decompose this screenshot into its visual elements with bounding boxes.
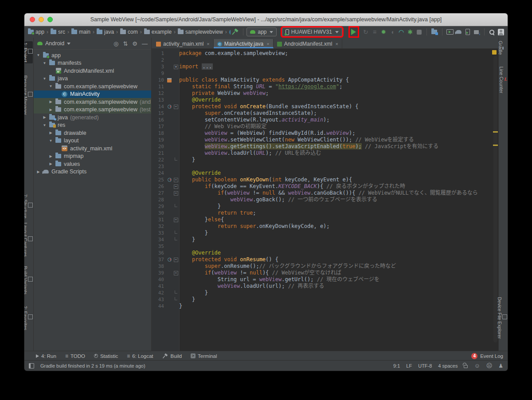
tree-item-mipmap[interactable]: ▶mipmap bbox=[34, 153, 151, 161]
tree-item-java[interactable]: ▼java bbox=[34, 75, 151, 83]
code-line[interactable]: 9 bbox=[152, 70, 492, 77]
code-line[interactable]: 24 @Override bbox=[152, 170, 492, 176]
sad-face-icon[interactable]: ☹ bbox=[486, 362, 493, 369]
tree-item-activity-main-xml[interactable]: activity_main.xml bbox=[34, 145, 151, 153]
tree-item-java[interactable]: ▶java (generated) bbox=[34, 114, 151, 122]
code-line[interactable]: 35 bbox=[152, 243, 492, 250]
run-configuration-select[interactable]: app bbox=[246, 27, 277, 36]
tree-item-com-example-samplewebview[interactable]: ▼com.example.samplewebview bbox=[34, 82, 151, 90]
code-line[interactable]: 20 webView.getSettings().setJavaScriptEn… bbox=[152, 143, 492, 150]
readonly-lock-icon[interactable] bbox=[464, 365, 468, 368]
tool-stripe-build-variants[interactable]: Build Variants bbox=[25, 265, 33, 296]
code-line[interactable]: 22 } bbox=[152, 157, 492, 163]
build-hammer-icon[interactable] bbox=[231, 27, 239, 36]
breadcrumb-item[interactable]: src bbox=[50, 28, 66, 35]
fold-marker-icon[interactable] bbox=[173, 206, 179, 207]
fold-marker-icon[interactable] bbox=[173, 184, 179, 189]
debug-button[interactable]: ✹ bbox=[379, 27, 387, 36]
fold-marker-icon[interactable] bbox=[173, 218, 179, 222]
code-line[interactable]: 44} bbox=[152, 303, 492, 310]
code-line[interactable]: 42 } bbox=[152, 290, 492, 296]
close-icon[interactable] bbox=[266, 41, 269, 47]
code-line[interactable]: 40 String url = webView.getUrl(); // 現在の… bbox=[152, 276, 492, 283]
code-line[interactable]: 32 return super.onKeyDown(keyCode, e); bbox=[152, 223, 492, 230]
breadcrumb-item[interactable]: MainA bbox=[228, 28, 231, 35]
code-line[interactable]: 10public class MainActivity extends AppC… bbox=[152, 77, 492, 83]
tree-item-layout[interactable]: ▼layout bbox=[34, 137, 151, 145]
tree-item-androidmanifest-xml[interactable]: AndroidManifest.xml bbox=[34, 67, 151, 75]
editor-tab-activity-main-xml[interactable]: activity_main.xml bbox=[153, 39, 214, 48]
tree-collapsed-arrow-icon[interactable]: ▶ bbox=[49, 154, 53, 158]
tree-expanded-arrow-icon[interactable]: ▼ bbox=[43, 77, 47, 81]
code-line[interactable]: 16 setContentView(R.layout.activity_main… bbox=[152, 117, 492, 123]
code-line[interactable]: 37 protected void onResume() { bbox=[152, 256, 492, 263]
fold-marker-icon[interactable] bbox=[173, 159, 179, 161]
code-line[interactable]: 19 webView.setWebViewClient(new WebViewC… bbox=[152, 137, 492, 143]
line-ending-indicator[interactable]: LF bbox=[406, 363, 412, 369]
tool-window-button-terminal[interactable]: Terminal bbox=[191, 353, 217, 359]
tool-stripe-layout-captures[interactable]: Layout Captures bbox=[25, 221, 33, 258]
code-line[interactable]: 15 super.onCreate(savedInstanceState); bbox=[152, 110, 492, 117]
tree-item-drawable[interactable]: ▶drawable bbox=[34, 129, 151, 137]
tool-window-button-statistic[interactable]: Statistic bbox=[94, 353, 118, 359]
fold-marker-icon[interactable] bbox=[173, 258, 179, 262]
tree-item-com-example-samplewebview[interactable]: ▶com.example.samplewebview (test bbox=[34, 106, 151, 114]
tree-item-app[interactable]: ▼app bbox=[34, 51, 151, 59]
tool-stripe-resource-manager[interactable]: Resource Manager bbox=[25, 74, 33, 116]
overriding-method-icon[interactable] bbox=[168, 178, 172, 182]
hide-panel-icon[interactable]: — bbox=[142, 40, 148, 47]
code-line[interactable]: 26 if(keyCode == KeyEvent.KEYCODE_BACK){… bbox=[152, 183, 492, 190]
tree-item-mainactivity[interactable]: MainActivity bbox=[34, 90, 151, 98]
collapse-all-icon[interactable]: ⇅ bbox=[123, 40, 128, 47]
tree-collapsed-arrow-icon[interactable]: ▶ bbox=[43, 115, 47, 119]
chevron-down-icon[interactable] bbox=[67, 43, 70, 45]
happy-face-icon[interactable]: ☺ bbox=[474, 362, 480, 369]
event-log-button[interactable]: 4 Event Log bbox=[471, 353, 503, 359]
apply-changes-button[interactable]: ↻ bbox=[362, 27, 370, 36]
tool-stripe-7-structure[interactable]: 7: Structure bbox=[25, 193, 33, 220]
minimize-button[interactable] bbox=[39, 17, 44, 22]
gradle-sync-button[interactable] bbox=[455, 27, 463, 36]
overriding-method-icon[interactable] bbox=[168, 105, 172, 109]
profile-button[interactable]: ◖ bbox=[388, 27, 396, 36]
code-line[interactable]: 25 public boolean onKeyDown(int keyCode,… bbox=[152, 176, 492, 183]
code-line[interactable]: 36 @Override bbox=[152, 250, 492, 256]
tool-stripe-2-favorites[interactable]: 2: Favorites bbox=[25, 305, 33, 332]
tool-stripe-1-project[interactable]: 1: Project bbox=[25, 41, 33, 63]
fold-marker-icon[interactable] bbox=[173, 271, 179, 275]
tree-expanded-arrow-icon[interactable]: ▼ bbox=[43, 123, 47, 127]
warning-stripe-mark[interactable] bbox=[493, 131, 498, 133]
encoding-indicator[interactable]: UTF-8 bbox=[418, 363, 432, 369]
sdk-manager-button[interactable] bbox=[473, 27, 481, 36]
avd-manager-button[interactable] bbox=[446, 27, 454, 36]
tool-window-button-4-run[interactable]: 4: Run bbox=[36, 353, 56, 359]
fold-marker-icon[interactable] bbox=[173, 178, 179, 182]
locate-file-icon[interactable]: ◎ bbox=[113, 40, 118, 47]
tree-item-values[interactable]: ▶values bbox=[34, 160, 151, 168]
fold-marker-icon[interactable] bbox=[173, 232, 179, 234]
tree-item-manifests[interactable]: ▼manifests bbox=[34, 59, 151, 67]
code-line[interactable]: 3import ... bbox=[152, 63, 492, 70]
code-line[interactable]: 34 } bbox=[152, 236, 492, 243]
breadcrumb-item[interactable]: main bbox=[70, 28, 91, 35]
profiler-gauge-button[interactable]: ◠ bbox=[397, 27, 405, 36]
tree-collapsed-arrow-icon[interactable]: ▶ bbox=[49, 100, 53, 104]
tree-expanded-arrow-icon[interactable]: ▼ bbox=[43, 61, 47, 65]
tree-item-com-example-samplewebview[interactable]: ▶com.example.samplewebview (and bbox=[34, 98, 151, 106]
fold-marker-icon[interactable] bbox=[173, 105, 179, 109]
code-line[interactable]: 14 protected void onCreate(Bundle savedI… bbox=[152, 103, 492, 110]
breadcrumb-item[interactable]: com bbox=[119, 28, 139, 35]
tool-stripe-gradle[interactable]: Gradle bbox=[499, 39, 507, 56]
panel-settings-gear-icon[interactable]: ⚙ bbox=[132, 40, 137, 47]
code-line[interactable]: 2 bbox=[152, 57, 492, 63]
code-line[interactable]: 30 return true; bbox=[152, 210, 492, 216]
toggle-tool-windows-icon[interactable] bbox=[29, 363, 34, 369]
code-line[interactable]: 43 } bbox=[152, 296, 492, 303]
editor-tab-androidmanifest-xml[interactable]: AndroidManifest.xml bbox=[274, 39, 342, 48]
code-line[interactable]: 38 super.onResume();// バックグラウンドからフォアグランド… bbox=[152, 263, 492, 270]
code-line[interactable]: 27 if(webView != null && webView.canGoBa… bbox=[152, 190, 492, 196]
caret-position[interactable]: 9:1 bbox=[393, 363, 400, 369]
close-icon[interactable] bbox=[207, 41, 209, 47]
run-button[interactable] bbox=[350, 27, 358, 36]
breadcrumb-item[interactable]: app bbox=[27, 28, 45, 35]
